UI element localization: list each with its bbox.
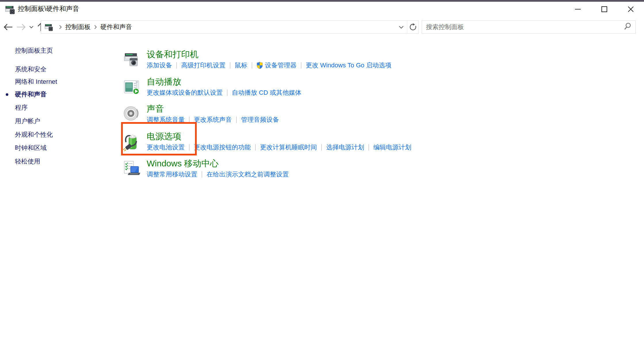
link-adjust-before-presentation[interactable]: 在给出演示文档之前调整设置 bbox=[207, 170, 289, 178]
link-separator bbox=[176, 62, 177, 69]
link-change-system-sounds[interactable]: 更改系统声音 bbox=[194, 116, 232, 124]
link-change-power-button-function[interactable]: 更改电源按钮的功能 bbox=[194, 143, 251, 151]
link-separator bbox=[252, 62, 252, 69]
breadcrumb-chevron-icon bbox=[94, 25, 97, 29]
sidebar-item-system-security[interactable]: 系统和安全 bbox=[15, 66, 47, 73]
sidebar-item-home[interactable]: 控制面板主页 bbox=[15, 47, 53, 54]
breadcrumb-chevron-icon bbox=[59, 25, 62, 29]
back-button[interactable] bbox=[2, 17, 14, 37]
link-manage-audio-devices[interactable]: 管理音频设备 bbox=[241, 116, 279, 124]
section-title-power-options[interactable]: 电源选项 bbox=[147, 131, 181, 142]
sidebar-item-hardware-sound[interactable]: 硬件和声音 bbox=[15, 91, 47, 98]
link-separator bbox=[227, 90, 228, 96]
minimize-button[interactable] bbox=[565, 2, 591, 17]
link-separator bbox=[301, 62, 301, 69]
link-adjust-system-volume[interactable]: 调整系统音量 bbox=[147, 116, 185, 124]
active-item-bullet bbox=[6, 93, 8, 96]
link-device-manager[interactable]: 设备管理器 bbox=[257, 61, 297, 69]
search-box[interactable] bbox=[422, 20, 636, 34]
link-change-sleep-time[interactable]: 更改计算机睡眠时间 bbox=[260, 143, 317, 151]
battery-plug-icon[interactable] bbox=[123, 133, 140, 150]
section-title-sound[interactable]: 声音 bbox=[147, 104, 164, 114]
sidebar-item-network-internet[interactable]: 网络和 Internet bbox=[15, 78, 57, 85]
mobility-center-icon[interactable] bbox=[123, 160, 140, 177]
section-autoplay: 自动播放 更改媒体或设备的默认设置 自动播放 CD 或其他媒体 bbox=[123, 77, 629, 97]
section-sound: 声音 调整系统音量 更改系统声音 管理音频设备 bbox=[123, 104, 629, 124]
hardware-sound-app-icon bbox=[5, 4, 16, 15]
link-separator bbox=[189, 144, 190, 151]
link-device-manager-label: 设备管理器 bbox=[265, 61, 297, 69]
link-separator bbox=[368, 144, 369, 151]
section-title-autoplay[interactable]: 自动播放 bbox=[147, 77, 181, 87]
recent-locations-chevron-icon[interactable] bbox=[28, 17, 35, 37]
speaker-icon[interactable] bbox=[123, 105, 140, 123]
close-button[interactable] bbox=[618, 2, 644, 17]
sidebar-item-user-accounts[interactable]: 用户帐户 bbox=[15, 117, 40, 125]
forward-button[interactable] bbox=[15, 17, 28, 37]
link-change-default-media-settings[interactable]: 更改媒体或设备的默认设置 bbox=[147, 89, 223, 97]
section-devices-printers: 设备和打印机 添加设备 高级打印机设置 鼠标 bbox=[123, 49, 629, 69]
breadcrumb-control-panel[interactable]: 控制面板 bbox=[65, 22, 91, 32]
link-add-device[interactable]: 添加设备 bbox=[147, 61, 172, 69]
link-change-battery-settings[interactable]: 更改电池设置 bbox=[147, 143, 185, 151]
control-panel-icon bbox=[44, 22, 54, 32]
breadcrumb-hardware-sound[interactable]: 硬件和声音 bbox=[100, 22, 133, 32]
link-separator bbox=[230, 62, 230, 69]
refresh-icon[interactable] bbox=[407, 21, 418, 33]
link-edit-power-plan[interactable]: 编辑电源计划 bbox=[373, 143, 411, 151]
sidebar-item-appearance-personalization[interactable]: 外观和个性化 bbox=[15, 131, 53, 138]
section-power-options: 电源选项 更改电池设置 更改电源按钮的功能 更改计算机睡眠时间 选择电源计划 编… bbox=[123, 131, 629, 151]
window-title: 控制面板\硬件和声音 bbox=[18, 2, 79, 17]
sidebar-item-ease-of-access[interactable]: 轻松使用 bbox=[15, 158, 40, 165]
printer-camera-icon[interactable] bbox=[123, 51, 140, 68]
link-adjust-mobility-settings[interactable]: 调整常用移动设置 bbox=[147, 170, 197, 178]
address-bar[interactable]: 控制面板 硬件和声音 bbox=[41, 20, 419, 34]
link-separator bbox=[189, 117, 190, 123]
link-advanced-printer-setup[interactable]: 高级打印机设置 bbox=[181, 61, 226, 69]
section-mobility-center: Windows 移动中心 调整常用移动设置 在给出演示文档之前调整设置 bbox=[123, 158, 629, 178]
address-dropdown-chevron-icon[interactable] bbox=[395, 21, 407, 33]
navigation-toolbar: 控制面板 硬件和声音 bbox=[0, 17, 644, 37]
link-windows-to-go[interactable]: 更改 Windows To Go 启动选项 bbox=[306, 61, 391, 69]
link-choose-power-plan[interactable]: 选择电源计划 bbox=[326, 143, 364, 151]
maximize-button[interactable] bbox=[591, 2, 618, 17]
section-title-mobility-center[interactable]: Windows 移动中心 bbox=[147, 158, 219, 169]
section-title-devices-printers[interactable]: 设备和打印机 bbox=[147, 49, 198, 60]
uac-shield-icon bbox=[257, 62, 263, 69]
link-separator bbox=[255, 144, 256, 151]
sidebar-item-programs[interactable]: 程序 bbox=[15, 104, 28, 111]
search-input[interactable] bbox=[426, 23, 624, 31]
link-autoplay-cd[interactable]: 自动播放 CD 或其他媒体 bbox=[232, 89, 301, 97]
link-separator bbox=[236, 117, 237, 123]
sidebar-item-clock-region[interactable]: 时钟和区域 bbox=[15, 144, 47, 152]
link-separator bbox=[202, 171, 202, 178]
search-icon[interactable] bbox=[624, 22, 631, 32]
autoplay-icon[interactable] bbox=[123, 78, 140, 96]
link-separator bbox=[321, 144, 322, 151]
titlebar: 控制面板\硬件和声音 bbox=[0, 2, 644, 17]
link-mouse[interactable]: 鼠标 bbox=[235, 61, 247, 69]
